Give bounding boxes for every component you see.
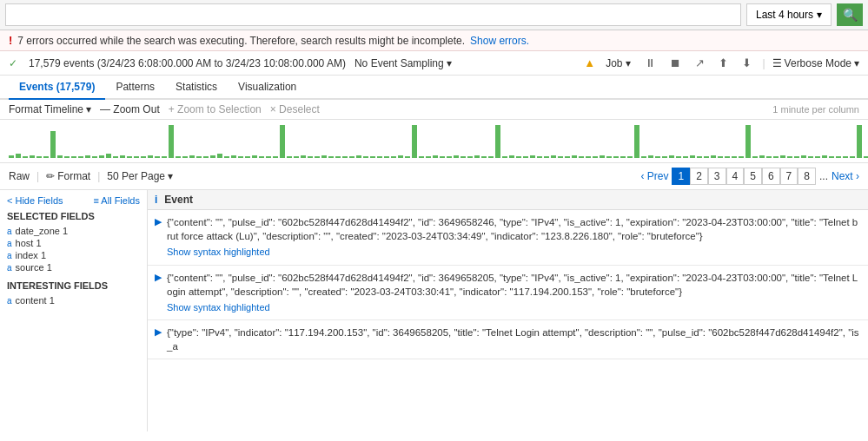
tab-events[interactable]: Events (17,579): [9, 76, 105, 100]
timeline-bar: [370, 156, 375, 158]
interesting-field-content-1[interactable]: acontent 1: [7, 294, 140, 306]
timeline-controls: Format Timeline ▾ — Zoom Out + Zoom to S…: [0, 100, 868, 120]
selected-field-host-1[interactable]: ahost 1: [7, 237, 140, 249]
next-page-button[interactable]: Next ›: [832, 170, 859, 182]
timeline-bar: [189, 155, 195, 158]
tab-patterns[interactable]: Patterns: [105, 76, 165, 100]
info-icon[interactable]: i: [155, 194, 157, 206]
events-table-header: i Event: [148, 190, 868, 210]
separator: |: [762, 57, 765, 69]
expand-row-button[interactable]: ▶: [155, 326, 162, 338]
timeline-bar: [725, 156, 730, 158]
page-button-2[interactable]: 2: [690, 168, 708, 185]
event-text: {"content": "", "pulse_id": "602bc528f44…: [167, 271, 861, 315]
timeline-bar: [711, 155, 716, 158]
page-button-7[interactable]: 7: [780, 168, 798, 185]
timeline-bar: [857, 125, 862, 158]
page-button-8[interactable]: 8: [798, 168, 816, 185]
page-button-3[interactable]: 3: [708, 168, 726, 185]
tab-visualization[interactable]: Visualization: [228, 76, 307, 100]
show-syntax-link[interactable]: Show syntax highlighted: [167, 246, 861, 259]
share-button[interactable]: ↗: [692, 55, 708, 71]
timeline-bar: [224, 156, 229, 158]
timeline-bar: [217, 154, 222, 158]
timeline-bar: [280, 125, 285, 158]
timeline-bar: [36, 156, 42, 158]
timeline-bar: [454, 155, 459, 158]
field-name: source 1: [16, 262, 52, 273]
timeline-bar: [210, 155, 215, 158]
timeline-bar: [683, 156, 688, 158]
all-fields-button[interactable]: ≡ All Fields: [94, 195, 141, 206]
timeline-bar: [808, 156, 813, 158]
chevron-down-icon: ▾: [447, 57, 452, 69]
page-button-1[interactable]: 1: [672, 168, 690, 185]
timeline-bar: [704, 156, 709, 158]
events-count: 17,579 events (3/24/23 6:08:00.000 AM to…: [29, 57, 346, 69]
left-sidebar: < Hide Fields ≡ All Fields SELECTED FIEL…: [0, 190, 148, 431]
search-input[interactable]: index=otx sourcetype="otx:indicator" typ…: [5, 3, 741, 26]
zoom-selection-button[interactable]: + Zoom to Selection: [169, 103, 262, 115]
timeline-bar: [419, 156, 424, 158]
export-button[interactable]: ⬆: [715, 55, 732, 71]
pause-button[interactable]: ⏸: [641, 55, 659, 71]
timeline-bar: [690, 155, 695, 158]
verbose-mode-button[interactable]: ☰ Verbose Mode ▾: [772, 57, 859, 69]
show-syntax-link[interactable]: Show syntax highlighted: [167, 301, 861, 314]
timeline-bar: [662, 156, 667, 158]
timeline-bar: [273, 156, 278, 158]
timeline-bar: [641, 156, 646, 158]
page-button-5[interactable]: 5: [744, 168, 762, 185]
raw-button[interactable]: Raw: [9, 170, 30, 182]
timeline-bar: [349, 156, 354, 158]
expand-row-button[interactable]: ▶: [155, 272, 162, 283]
prev-page-button[interactable]: ‹ Prev: [640, 170, 668, 182]
timeline-bar: [773, 156, 779, 158]
chevron-down-icon: ▾: [168, 170, 173, 182]
timeline-bar: [426, 156, 431, 158]
expand-row-button[interactable]: ▶: [155, 216, 162, 227]
download-button[interactable]: ⬇: [739, 55, 755, 71]
field-type-icon: a: [7, 296, 12, 306]
stop-button[interactable]: ⏹: [666, 55, 685, 71]
page-button-6[interactable]: 6: [762, 168, 780, 185]
timeline-bar: [697, 156, 702, 158]
timeline-bar: [245, 156, 250, 158]
checkmark-icon: ✓: [9, 57, 17, 69]
event-column-header: Event: [164, 194, 193, 206]
error-bar: ! 7 errors occurred while the search was…: [0, 30, 868, 51]
timeline-bar: [148, 155, 153, 158]
timeline-bar: [308, 156, 313, 158]
field-type-icon: a: [7, 227, 12, 236]
timeline-bar: [106, 154, 111, 158]
timeline-bar: [127, 156, 132, 158]
timeline-bar: [182, 156, 188, 158]
search-go-button[interactable]: 🔍: [837, 3, 863, 26]
selected-field-source-1[interactable]: asource 1: [7, 261, 140, 273]
selected-field-date_zone-1[interactable]: adate_zone 1: [7, 225, 140, 237]
selected-field-index-1[interactable]: aindex 1: [7, 249, 140, 261]
per-page-button[interactable]: 50 Per Page ▾: [107, 170, 173, 182]
time-range-button[interactable]: Last 4 hours ▾: [746, 3, 832, 26]
timeline-bar: [752, 156, 758, 158]
timeline-bar: [294, 156, 299, 158]
zoom-out-button[interactable]: — Zoom Out: [100, 103, 160, 115]
timeline-bar: [412, 125, 417, 158]
page-button-4[interactable]: 4: [726, 168, 745, 185]
tab-statistics[interactable]: Statistics: [165, 76, 228, 100]
timeline-bar: [759, 155, 765, 158]
show-errors-link[interactable]: Show errors.: [470, 35, 529, 47]
timeline-bar: [134, 156, 139, 158]
timeline-bar: [593, 156, 598, 158]
no-event-sampling[interactable]: No Event Sampling ▾: [354, 57, 452, 69]
table-row: ▶ {"type": "IPv4", "indicator": "117.194…: [148, 320, 868, 359]
format-button[interactable]: ✏ Format: [46, 170, 90, 182]
deselect-button[interactable]: × Deselect: [270, 103, 320, 115]
hide-fields-button[interactable]: < Hide Fields: [7, 195, 63, 206]
job-button[interactable]: Job ▾: [602, 56, 634, 71]
timeline-bar: [99, 155, 104, 158]
format-timeline-button[interactable]: Format Timeline ▾: [9, 103, 91, 115]
timeline-bar: [315, 156, 320, 158]
timeline-bar: [586, 156, 591, 158]
pencil-icon: ✏: [46, 170, 55, 182]
